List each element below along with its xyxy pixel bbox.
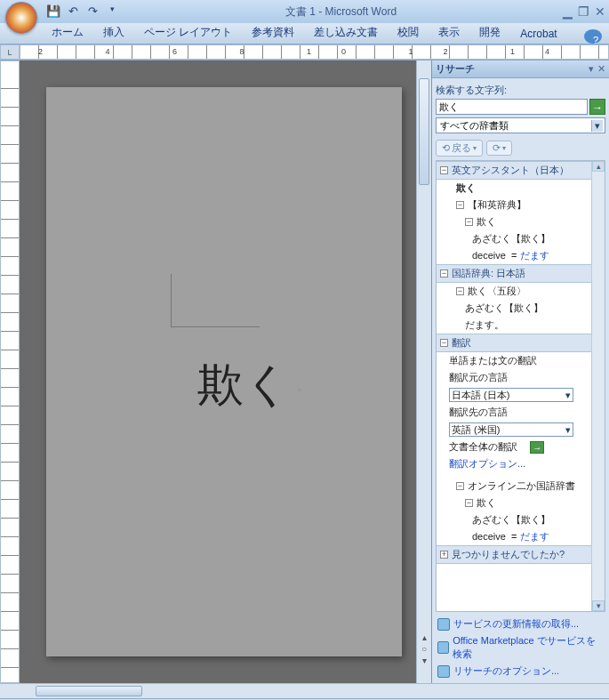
chevron-down-icon: ▾ <box>502 144 506 152</box>
result-definition: だます。 <box>437 317 591 334</box>
tab-layout[interactable]: ページ レイアウト <box>135 21 241 44</box>
collapse-icon[interactable]: − <box>440 270 448 278</box>
marketplace-link[interactable]: Office Marketplace でサービスを検索 <box>437 632 604 663</box>
scrollbar-thumb[interactable] <box>36 686 142 696</box>
office-button[interactable] <box>5 2 37 34</box>
ruler-horizontal[interactable]: 2 4 6 8 10 12 14 16 18 20 22 24 26 28 30… <box>20 44 609 60</box>
info-icon <box>437 618 450 631</box>
collapse-icon[interactable]: − <box>456 201 464 209</box>
category-kokugo[interactable]: −国語辞典: 日本語 <box>437 264 591 283</box>
redo-icon[interactable]: ↷ <box>85 4 100 19</box>
chevron-down-icon: ▾ <box>473 144 477 152</box>
tab-view[interactable]: 表示 <box>429 21 469 44</box>
document-page[interactable]: 欺く <box>46 87 402 656</box>
ruler-vertical[interactable] <box>0 60 20 683</box>
minimize-icon[interactable]: ▁ <box>563 4 573 19</box>
tab-review[interactable]: 校閲 <box>389 21 428 44</box>
result-reading: あざむく【欺く】 <box>437 511 591 528</box>
document-body-text[interactable]: 欺く <box>197 354 301 416</box>
category-not-found[interactable]: +見つかりませんでしたか? <box>437 545 591 564</box>
chevron-down-icon: ▾ <box>591 120 603 132</box>
options-icon <box>437 665 450 678</box>
result-link-damasu[interactable]: だます <box>520 531 549 542</box>
result-entry: −欺く <box>437 495 591 511</box>
ruler-corner[interactable]: L <box>0 44 20 60</box>
category-english-assistant[interactable]: −英文アシスタント（日本） <box>437 161 591 180</box>
expand-icon[interactable]: + <box>440 551 448 559</box>
ribbon-tabs: ホーム 挿入 ページ レイアウト 参考資料 差し込み文書 校閲 表示 開発 Ac… <box>0 23 609 44</box>
tab-insert[interactable]: 挿入 <box>94 21 133 44</box>
research-pane-title: リサーチ <box>436 62 475 76</box>
scrollbar-thumb[interactable] <box>419 78 429 185</box>
save-icon[interactable]: 💾 <box>46 4 60 19</box>
window-controls: ▁ ❐ ✕ <box>563 4 605 19</box>
next-page-icon[interactable]: ▾ <box>422 656 427 665</box>
scope-select[interactable]: すべての辞書類 ▾ <box>436 117 605 133</box>
search-label: 検索する文字列: <box>436 84 605 97</box>
qat-dropdown-icon[interactable]: ▾ <box>105 4 119 19</box>
result-online-dict: −オンライン二か国語辞書 <box>437 478 591 495</box>
pane-menu-icon[interactable]: ▾ <box>589 63 594 75</box>
result-translation: deceive = だます <box>437 247 591 264</box>
research-footer: サービスの更新情報の取得... Office Marketplace でサービス… <box>436 612 605 683</box>
window-title: 文書 1 - Microsoft Word <box>119 4 563 20</box>
service-update-link[interactable]: サービスの更新情報の取得... <box>437 616 604 632</box>
undo-icon[interactable]: ↶ <box>66 4 80 19</box>
help-icon[interactable]: ? <box>584 29 602 44</box>
prev-page-icon[interactable]: ▴ <box>422 632 427 642</box>
scope-value: すべての辞書類 <box>440 119 509 133</box>
browse-object-icon[interactable]: ○ <box>421 644 427 654</box>
translation-to-select[interactable]: 英語 (米国)▾ <box>449 422 573 437</box>
translation-to-label: 翻訳先の言語 <box>437 404 591 421</box>
result-entry: −欺く <box>437 213 591 230</box>
restore-icon[interactable]: ❐ <box>578 4 589 19</box>
back-arrow-icon: ⟲ <box>442 142 450 154</box>
result-waei-header: −【和英辞典】 <box>437 197 591 213</box>
result-reading: あざむく【欺く】 <box>437 230 591 247</box>
tab-developer[interactable]: 開発 <box>470 21 509 44</box>
margin-crop-mark <box>171 274 260 327</box>
tab-home[interactable]: ホーム <box>43 21 92 44</box>
forward-button[interactable]: ⟳▾ <box>486 141 512 156</box>
horizontal-scrollbar[interactable] <box>0 683 609 698</box>
category-translation[interactable]: −翻訳 <box>437 334 591 352</box>
translate-doc-go-button[interactable]: → <box>530 441 544 454</box>
search-go-button[interactable]: → <box>589 99 605 115</box>
forward-arrow-icon: ⟳ <box>493 142 501 154</box>
chevron-down-icon: ▾ <box>565 424 571 436</box>
collapse-icon[interactable]: − <box>465 499 473 507</box>
search-input[interactable] <box>436 99 588 115</box>
tab-mailings[interactable]: 差し込み文書 <box>305 21 387 44</box>
tab-references[interactable]: 参考資料 <box>243 21 303 44</box>
collapse-icon[interactable]: − <box>440 166 448 174</box>
translate-whole-doc: 文書全体の翻訳 → <box>437 439 591 455</box>
research-pane: リサーチ ▾ ✕ 検索する文字列: → すべての辞書類 ▾ ⟲戻る▾ ⟳▾ <box>431 60 609 683</box>
translation-sentence-label: 単語または文の翻訳 <box>437 352 591 369</box>
result-translation: deceive = だます <box>437 528 591 545</box>
tab-acrobat[interactable]: Acrobat <box>511 24 565 44</box>
collapse-icon[interactable]: − <box>456 482 464 490</box>
marketplace-icon <box>437 641 449 654</box>
result-entry: −欺く〈五段〉 <box>437 283 591 300</box>
collapse-icon[interactable]: − <box>465 218 473 226</box>
translation-options-link[interactable]: 翻訳オプション... <box>449 458 525 469</box>
collapse-icon[interactable]: − <box>456 287 464 295</box>
result-headword: 欺く <box>437 180 591 197</box>
results-scrollbar[interactable] <box>591 161 605 611</box>
chevron-down-icon: ▾ <box>565 390 571 401</box>
result-reading: あざむく【欺く】 <box>437 300 591 317</box>
collapse-icon[interactable]: − <box>440 339 448 347</box>
titlebar: 💾 ↶ ↷ ▾ 文書 1 - Microsoft Word ▁ ❐ ✕ <box>0 0 609 23</box>
translation-from-select[interactable]: 日本語 (日本)▾ <box>449 388 573 402</box>
document-viewport[interactable]: 欺く ▴ ○ ▾ <box>20 60 431 683</box>
ruler-horizontal-container: L 2 4 6 8 10 12 14 16 18 20 22 24 26 28 … <box>0 44 609 60</box>
results-list: −英文アシスタント（日本） 欺く −【和英辞典】 −欺く あざむく【欺く】 de… <box>436 160 605 612</box>
pane-close-icon[interactable]: ✕ <box>597 63 605 75</box>
translation-from-label: 翻訳元の言語 <box>437 369 591 386</box>
research-options-link[interactable]: リサーチのオプション... <box>437 663 604 680</box>
back-button[interactable]: ⟲戻る▾ <box>436 140 483 157</box>
result-link-damasu[interactable]: だます <box>520 250 549 261</box>
close-icon[interactable]: ✕ <box>595 4 605 19</box>
vertical-scrollbar[interactable]: ▴ ○ ▾ <box>416 60 431 683</box>
quick-access-toolbar: 💾 ↶ ↷ ▾ <box>46 4 119 19</box>
